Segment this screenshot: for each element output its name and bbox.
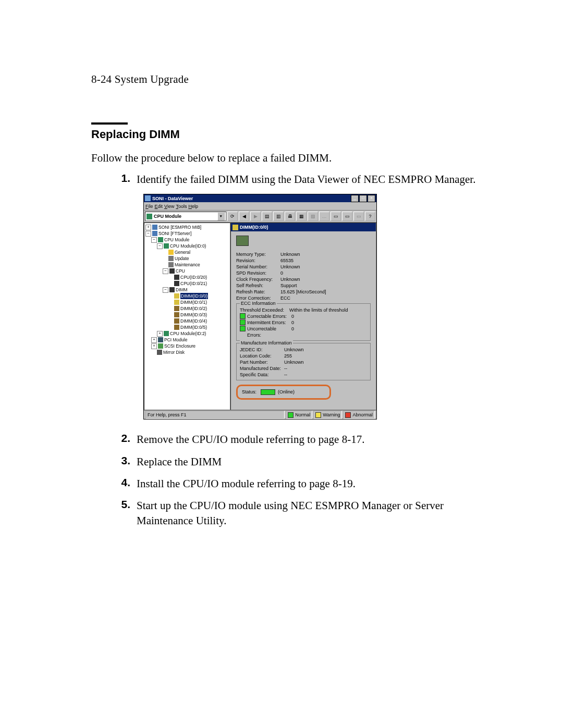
status-bar: For Help, press F1 Normal Warning Abnorm…: [144, 410, 376, 419]
dataviewer-window: SONI - DataViewer _ □ × File Edit View T…: [143, 194, 377, 419]
tree-item[interactable]: Update: [175, 255, 189, 262]
dimm-large-icon: [236, 236, 249, 246]
step-number: 4.: [115, 476, 130, 491]
embedded-screenshot: SONI - DataViewer _ □ × File Edit View T…: [143, 194, 500, 419]
detail-title: DIMM(ID:0/0): [231, 223, 376, 231]
tool-button[interactable]: ▭: [342, 212, 352, 221]
tree-item[interactable]: CPU(ID:0/21): [180, 280, 207, 287]
collapse-icon[interactable]: −: [151, 237, 157, 243]
legend-abnormal: Abnormal: [343, 411, 375, 419]
tree-item[interactable]: CPU Module: [164, 237, 189, 243]
tree-item[interactable]: DIMM: [176, 287, 188, 293]
cpu-icon: [174, 281, 179, 286]
group-caption: ECC Information: [240, 301, 277, 306]
tree-item[interactable]: CPU Module(ID:0): [170, 243, 206, 249]
window-title: SONI - DataViewer: [152, 196, 351, 201]
page-header: 8-24 System Upgrade: [91, 73, 500, 86]
detail-pane: DIMM(ID:0/0) Memory Type:Unknown Revisio…: [230, 223, 376, 410]
expand-icon[interactable]: +: [145, 225, 151, 230]
menu-tools[interactable]: Tools: [176, 204, 187, 209]
tree-item[interactable]: PCI Module: [164, 337, 187, 343]
tree-item[interactable]: DIMM(ID:0/3): [180, 312, 207, 318]
tree-view[interactable]: +SONI [ESMPRO MIB] −SONI [FTServer] −CPU…: [144, 223, 230, 410]
menu-help[interactable]: Help: [188, 204, 198, 209]
tool-button[interactable]: ▤: [262, 212, 272, 221]
collapse-icon[interactable]: −: [157, 243, 163, 249]
field-threshold: Threshold Exceeded:Within the limits of …: [240, 307, 367, 313]
step-text: Start up the CPU/IO module using NEC ESM…: [137, 498, 500, 528]
field-refresh-rate: Refresh Rate:15.625 [MicroSecond]: [236, 289, 371, 295]
field-serial-number: Serial Number:Unknown: [236, 264, 371, 270]
menu-edit[interactable]: Edit: [155, 204, 163, 209]
tree-item[interactable]: CPU Module(ID:2): [170, 330, 206, 337]
tool-button[interactable]: ▭: [331, 212, 341, 221]
tool-button[interactable]: …: [319, 212, 329, 221]
tree-item[interactable]: DIMM(ID:0/4): [180, 318, 207, 324]
collapse-icon[interactable]: −: [145, 231, 151, 237]
document-page: 8-24 System Upgrade Replacing DIMM Follo…: [0, 0, 563, 728]
menu-file[interactable]: File: [145, 204, 153, 209]
tree-item[interactable]: DIMM(ID:0/5): [180, 324, 207, 330]
dimm-icon: [174, 325, 179, 330]
collapse-icon[interactable]: −: [163, 268, 168, 274]
expand-icon[interactable]: +: [151, 337, 157, 343]
field-spd-revision: SPD Revision:0: [236, 270, 371, 276]
legend-normal: Normal: [286, 411, 312, 419]
help-button[interactable]: ?: [365, 212, 375, 221]
step-5: 5.Start up the CPU/IO module using NEC E…: [115, 498, 500, 528]
field-revision: Revision:65535: [236, 257, 371, 264]
menu-view[interactable]: View: [164, 204, 174, 209]
close-button[interactable]: ×: [368, 195, 375, 202]
tool-button[interactable]: ▭: [353, 212, 364, 221]
tool-button[interactable]: ▧: [308, 212, 318, 221]
expand-icon[interactable]: +: [157, 331, 163, 337]
ecc-information-group: ECC Information Threshold Exceeded:Withi…: [236, 303, 371, 341]
status-label: Status:: [242, 389, 256, 394]
module-icon: [164, 331, 169, 336]
chevron-down-icon[interactable]: ▾: [217, 212, 225, 220]
tree-item[interactable]: DIMM(ID:0/2): [180, 305, 207, 312]
minimize-button[interactable]: _: [351, 195, 359, 202]
nav-forward-button[interactable]: ▶: [250, 212, 261, 221]
print-button[interactable]: 🖶: [285, 212, 295, 221]
tree-item-selected[interactable]: DIMM(ID:0/0): [180, 293, 208, 299]
tree-item[interactable]: CPU(ID:0/20): [180, 274, 207, 280]
maximize-button[interactable]: □: [359, 195, 367, 202]
tool-button[interactable]: ▦: [296, 212, 307, 221]
tree-item[interactable]: CPU: [176, 268, 185, 274]
pci-icon: [158, 337, 163, 342]
step-number: 3.: [115, 454, 130, 469]
step-2: 2.Remove the CPU/IO module referring to …: [115, 432, 500, 447]
status-swatch-green: [240, 326, 246, 331]
tree-item[interactable]: SONI [ESMPRO MIB]: [158, 224, 201, 230]
field-jedec-id: JEDEC ID:Unknown: [240, 347, 367, 353]
step-3: 3.Replace the DIMM: [115, 454, 500, 469]
tree-item[interactable]: SCSI Enclosure: [164, 343, 195, 349]
scsi-icon: [158, 343, 163, 349]
folder-icon: [168, 250, 174, 255]
statusbar-help: For Help, press F1: [145, 411, 285, 419]
expand-icon[interactable]: +: [151, 343, 157, 349]
step-text: Remove the CPU/IO module referring to pa…: [137, 432, 500, 447]
collapse-icon[interactable]: −: [163, 287, 168, 293]
tree-item[interactable]: General: [175, 249, 190, 255]
status-value: (Online): [278, 389, 295, 394]
gear-icon: [168, 256, 174, 261]
app-icon: [145, 195, 151, 201]
dimm-icon: [174, 318, 179, 324]
manufacture-information-group: Manufacture Information JEDEC ID:Unknown…: [236, 343, 371, 380]
tree-item[interactable]: SONI [FTServer]: [158, 230, 191, 237]
window-titlebar[interactable]: SONI - DataViewer _ □ ×: [144, 194, 376, 202]
tree-item[interactable]: Maintenance: [175, 262, 200, 268]
tree-item[interactable]: Mirror Disk: [163, 349, 185, 355]
section-rule: [91, 122, 128, 125]
nav-back-button[interactable]: ◀: [239, 212, 249, 221]
field-specific-data: Specific Data:--: [240, 372, 367, 378]
tool-button[interactable]: ▥: [273, 212, 284, 221]
refresh-button[interactable]: ⟳: [227, 212, 238, 221]
module-selector[interactable]: CPU Module ▾: [145, 212, 226, 221]
tree-item[interactable]: DIMM(ID:0/1): [180, 299, 207, 305]
step-1: 1. Identify the failed DIMM using the Da…: [115, 172, 500, 187]
dimm-icon: [174, 312, 179, 317]
server-icon: [152, 225, 157, 230]
